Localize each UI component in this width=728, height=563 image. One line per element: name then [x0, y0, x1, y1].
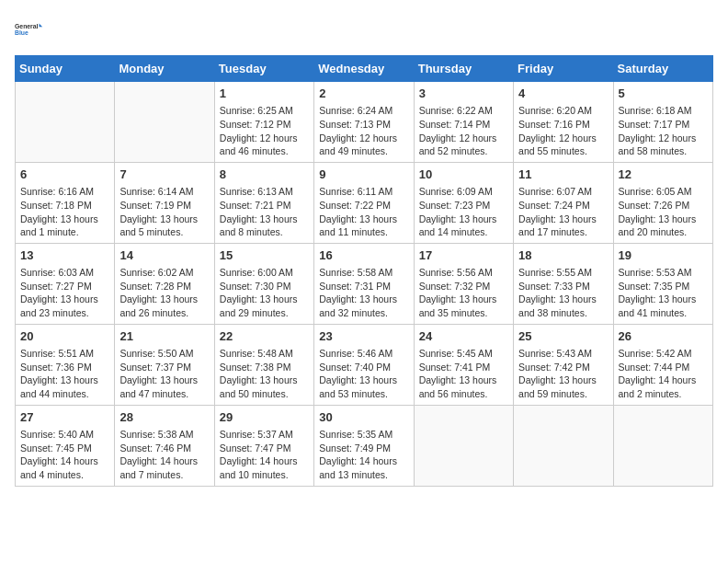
calendar-cell: 26Sunrise: 5:42 AMSunset: 7:44 PMDayligh…	[613, 324, 712, 405]
day-number: 19	[619, 247, 708, 264]
calendar-cell: 4Sunrise: 6:20 AMSunset: 7:16 PMDaylight…	[514, 82, 613, 163]
calendar-cell: 11Sunrise: 6:07 AMSunset: 7:24 PMDayligh…	[514, 162, 613, 243]
day-info: Sunrise: 6:07 AMSunset: 7:24 PMDaylight:…	[518, 185, 608, 239]
day-number: 14	[119, 247, 209, 264]
day-info: Sunrise: 5:56 AMSunset: 7:32 PMDaylight:…	[419, 266, 508, 320]
weekday-header-row: SundayMondayTuesdayWednesdayThursdayFrid…	[16, 56, 713, 82]
calendar-cell: 2Sunrise: 6:24 AMSunset: 7:13 PMDaylight…	[314, 82, 414, 163]
day-number: 5	[619, 86, 708, 102]
day-number: 25	[518, 328, 608, 345]
week-row-4: 20Sunrise: 5:51 AMSunset: 7:36 PMDayligh…	[16, 324, 713, 405]
calendar-cell: 1Sunrise: 6:25 AMSunset: 7:12 PMDaylight…	[214, 82, 313, 163]
day-number: 26	[619, 328, 708, 345]
day-info: Sunrise: 6:05 AMSunset: 7:26 PMDaylight:…	[619, 185, 708, 239]
day-number: 9	[319, 167, 408, 183]
day-info: Sunrise: 5:55 AMSunset: 7:33 PMDaylight:…	[518, 266, 608, 320]
day-number: 11	[518, 167, 608, 183]
day-number: 28	[119, 409, 209, 426]
day-number: 15	[220, 247, 309, 264]
calendar-cell	[613, 405, 712, 486]
day-number: 30	[319, 409, 408, 426]
day-number: 23	[319, 328, 408, 345]
calendar-cell: 23Sunrise: 5:46 AMSunset: 7:40 PMDayligh…	[314, 324, 414, 405]
header: GeneralBlue	[15, 15, 713, 44]
day-info: Sunrise: 6:13 AMSunset: 7:21 PMDaylight:…	[220, 185, 309, 239]
calendar-cell: 6Sunrise: 6:16 AMSunset: 7:18 PMDaylight…	[16, 162, 115, 243]
calendar-cell: 21Sunrise: 5:50 AMSunset: 7:37 PMDayligh…	[115, 324, 214, 405]
day-info: Sunrise: 6:00 AMSunset: 7:30 PMDaylight:…	[220, 266, 309, 320]
day-info: Sunrise: 6:20 AMSunset: 7:16 PMDaylight:…	[518, 104, 608, 158]
day-info: Sunrise: 6:03 AMSunset: 7:27 PMDaylight:…	[20, 266, 109, 320]
day-info: Sunrise: 6:18 AMSunset: 7:17 PMDaylight:…	[619, 104, 708, 158]
weekday-header-thursday: Thursday	[414, 56, 513, 82]
calendar-cell: 14Sunrise: 6:02 AMSunset: 7:28 PMDayligh…	[115, 243, 214, 324]
day-number: 12	[619, 167, 708, 183]
day-info: Sunrise: 5:48 AMSunset: 7:38 PMDaylight:…	[220, 347, 309, 401]
day-info: Sunrise: 6:24 AMSunset: 7:13 PMDaylight:…	[319, 104, 408, 158]
week-row-5: 27Sunrise: 5:40 AMSunset: 7:45 PMDayligh…	[16, 405, 713, 486]
day-info: Sunrise: 6:02 AMSunset: 7:28 PMDaylight:…	[119, 266, 209, 320]
day-info: Sunrise: 5:38 AMSunset: 7:46 PMDaylight:…	[119, 428, 209, 482]
calendar-cell: 5Sunrise: 6:18 AMSunset: 7:17 PMDaylight…	[613, 82, 712, 163]
day-info: Sunrise: 5:45 AMSunset: 7:41 PMDaylight:…	[419, 347, 508, 401]
day-info: Sunrise: 5:37 AMSunset: 7:47 PMDaylight:…	[220, 428, 309, 482]
calendar-cell	[16, 82, 115, 163]
week-row-3: 13Sunrise: 6:03 AMSunset: 7:27 PMDayligh…	[16, 243, 713, 324]
svg-marker-2	[40, 24, 43, 28]
svg-text:Blue: Blue	[15, 29, 28, 36]
day-number: 3	[419, 86, 508, 102]
weekday-header-saturday: Saturday	[613, 56, 712, 82]
day-number: 7	[119, 167, 209, 183]
weekday-header-monday: Monday	[115, 56, 214, 82]
calendar-cell: 27Sunrise: 5:40 AMSunset: 7:45 PMDayligh…	[16, 405, 115, 486]
calendar-cell: 24Sunrise: 5:45 AMSunset: 7:41 PMDayligh…	[414, 324, 513, 405]
day-number: 24	[419, 328, 508, 345]
logo: GeneralBlue	[15, 15, 44, 44]
calendar-cell: 10Sunrise: 6:09 AMSunset: 7:23 PMDayligh…	[414, 162, 513, 243]
svg-text:General: General	[15, 23, 39, 29]
calendar-cell: 12Sunrise: 6:05 AMSunset: 7:26 PMDayligh…	[613, 162, 712, 243]
calendar-cell: 19Sunrise: 5:53 AMSunset: 7:35 PMDayligh…	[613, 243, 712, 324]
day-number: 21	[119, 328, 209, 345]
calendar-cell: 9Sunrise: 6:11 AMSunset: 7:22 PMDaylight…	[314, 162, 414, 243]
day-info: Sunrise: 6:25 AMSunset: 7:12 PMDaylight:…	[220, 104, 309, 158]
calendar-cell: 30Sunrise: 5:35 AMSunset: 7:49 PMDayligh…	[314, 405, 414, 486]
weekday-header-tuesday: Tuesday	[214, 56, 313, 82]
day-info: Sunrise: 6:11 AMSunset: 7:22 PMDaylight:…	[319, 185, 408, 239]
calendar-cell: 13Sunrise: 6:03 AMSunset: 7:27 PMDayligh…	[16, 243, 115, 324]
day-number: 29	[220, 409, 309, 426]
day-info: Sunrise: 5:50 AMSunset: 7:37 PMDaylight:…	[119, 347, 209, 401]
calendar-cell: 28Sunrise: 5:38 AMSunset: 7:46 PMDayligh…	[115, 405, 214, 486]
logo-icon: GeneralBlue	[15, 15, 44, 44]
day-info: Sunrise: 6:14 AMSunset: 7:19 PMDaylight:…	[119, 185, 209, 239]
calendar-cell: 22Sunrise: 5:48 AMSunset: 7:38 PMDayligh…	[214, 324, 313, 405]
calendar-cell: 18Sunrise: 5:55 AMSunset: 7:33 PMDayligh…	[514, 243, 613, 324]
day-number: 6	[20, 167, 109, 183]
day-info: Sunrise: 5:53 AMSunset: 7:35 PMDaylight:…	[619, 266, 708, 320]
day-number: 22	[220, 328, 309, 345]
calendar-body: 1Sunrise: 6:25 AMSunset: 7:12 PMDaylight…	[16, 82, 713, 487]
day-info: Sunrise: 5:43 AMSunset: 7:42 PMDaylight:…	[518, 347, 608, 401]
day-number: 13	[20, 247, 109, 264]
day-number: 4	[518, 86, 608, 102]
day-number: 17	[419, 247, 508, 264]
day-number: 16	[319, 247, 408, 264]
calendar-cell: 8Sunrise: 6:13 AMSunset: 7:21 PMDaylight…	[214, 162, 313, 243]
day-number: 10	[419, 167, 508, 183]
week-row-2: 6Sunrise: 6:16 AMSunset: 7:18 PMDaylight…	[16, 162, 713, 243]
day-info: Sunrise: 5:58 AMSunset: 7:31 PMDaylight:…	[319, 266, 408, 320]
calendar-cell: 25Sunrise: 5:43 AMSunset: 7:42 PMDayligh…	[514, 324, 613, 405]
day-number: 1	[220, 86, 309, 102]
calendar-cell: 17Sunrise: 5:56 AMSunset: 7:32 PMDayligh…	[414, 243, 513, 324]
calendar-cell	[414, 405, 513, 486]
day-number: 2	[319, 86, 408, 102]
day-info: Sunrise: 6:22 AMSunset: 7:14 PMDaylight:…	[419, 104, 508, 158]
calendar-cell: 20Sunrise: 5:51 AMSunset: 7:36 PMDayligh…	[16, 324, 115, 405]
day-number: 18	[518, 247, 608, 264]
weekday-header-friday: Friday	[514, 56, 613, 82]
day-info: Sunrise: 5:40 AMSunset: 7:45 PMDaylight:…	[20, 428, 109, 482]
weekday-header-wednesday: Wednesday	[314, 56, 414, 82]
calendar-cell	[115, 82, 214, 163]
calendar-table: SundayMondayTuesdayWednesdayThursdayFrid…	[15, 55, 713, 487]
day-number: 8	[220, 167, 309, 183]
